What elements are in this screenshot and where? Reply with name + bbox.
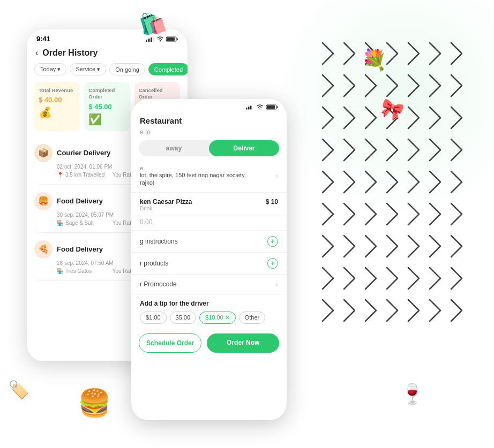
bottle-decoration: 🍷 — [400, 383, 424, 405]
products-row[interactable]: r products + — [131, 253, 287, 275]
filter-completed[interactable]: Completed — [148, 63, 188, 75]
item-price: $ 10 — [266, 198, 278, 206]
tip-section: Add a tip for the driver $1.00 $5.00 $10… — [131, 294, 287, 328]
svg-rect-13 — [267, 105, 275, 109]
status-icons — [146, 36, 178, 42]
svg-rect-3 — [153, 36, 155, 42]
svg-rect-10 — [250, 105, 252, 109]
order-history-header: ‹ Order History — [27, 45, 188, 63]
tip-other[interactable]: Other — [239, 312, 266, 324]
flower-decoration: 💐 — [362, 48, 387, 72]
svg-point-4 — [160, 40, 161, 41]
order-item-row: ken Caesar Pizza Drink $ 10 — [131, 193, 287, 217]
stat-completed-icon: ✅ — [88, 113, 125, 126]
chevron-right-icon: › — [275, 171, 278, 180]
arrow-pattern-decoration — [306, 32, 478, 396]
battery-icon-2 — [266, 104, 278, 110]
battery-icon — [166, 36, 178, 42]
phone-order-detail: Restaurant e to away Deliver e lot, the … — [131, 99, 287, 420]
filter-service[interactable]: Service ▾ — [70, 63, 106, 75]
svg-rect-7 — [177, 38, 178, 40]
page-title: Order History — [42, 48, 98, 58]
svg-rect-8 — [246, 108, 248, 110]
store-icon-1: 🏪 — [57, 220, 63, 226]
filter-chips: Today ▾ Service ▾ On going Completed — [27, 63, 188, 82]
tip-5-dollar[interactable]: $5.00 — [170, 312, 197, 324]
statusbar-2 — [131, 99, 287, 112]
location-icon: 📍 — [57, 172, 63, 178]
status-time: 9:41 — [36, 35, 50, 43]
sticker-decoration: 🏷️ — [8, 379, 29, 400]
stat-completed: Completed Order $ 45.00 ✅ — [84, 82, 130, 131]
svg-point-11 — [259, 109, 260, 110]
promo-chevron-icon: › — [275, 280, 278, 288]
svg-rect-9 — [248, 107, 250, 109]
order-type-2: Food Delivery — [57, 197, 103, 205]
order-icon-courier: 📦 — [34, 144, 53, 162]
item-sub: Drink — [140, 206, 192, 211]
restaurant-name: Restaurant — [131, 112, 287, 127]
stat-revenue: Total Revenue $ 40.00 💰 — [34, 82, 80, 131]
order-now-button[interactable]: Order Now — [207, 333, 279, 353]
tab-takeaway[interactable]: away — [139, 140, 209, 156]
signal-icon-2 — [246, 104, 253, 110]
stat-completed-value: $ 45.00 — [88, 103, 125, 111]
address-label: e — [140, 165, 247, 171]
svg-rect-1 — [148, 39, 150, 42]
order-type-3: Food Delivery — [57, 245, 103, 253]
burger-decoration: 🍔 — [78, 388, 111, 419]
store-icon-2: 🏪 — [57, 268, 63, 274]
tip-options: $1.00 $5.00 $10.00 ✕ Other — [140, 312, 278, 324]
stat-cancelled-label: Cancelled Order — [139, 87, 176, 101]
promocode-label: r Promocode — [140, 280, 177, 288]
promocode-row[interactable]: r Promocode › — [131, 275, 287, 294]
filter-ongoing[interactable]: On going — [109, 63, 145, 75]
cooking-instructions-add-btn[interactable]: + — [267, 236, 278, 247]
subtotal-row: 0.00 — [131, 217, 287, 231]
cooking-instructions-row[interactable]: g instructions + — [131, 231, 287, 253]
svg-rect-0 — [146, 40, 147, 42]
svg-rect-14 — [277, 107, 278, 108]
address-row[interactable]: e lot, the spire, 150 feet ring nagar so… — [131, 163, 287, 193]
deliver-to-label: e to — [131, 127, 287, 140]
wifi-icon-2 — [256, 104, 264, 110]
tip-title: Add a tip for the driver — [140, 300, 278, 307]
item-name: ken Caesar Pizza — [140, 198, 192, 206]
products-add-btn[interactable]: + — [267, 258, 278, 269]
products-label: r products — [140, 260, 168, 267]
svg-rect-6 — [167, 37, 175, 41]
stat-revenue-value: $ 40.00 — [39, 96, 76, 104]
stat-completed-label: Completed Order — [88, 87, 125, 101]
order-meta-3: 🏪 Tres Gatos — [57, 268, 92, 274]
address-text: lot, the spire, 150 feet ring nagar soci… — [140, 171, 247, 187]
back-button[interactable]: ‹ — [35, 48, 38, 58]
delivery-tabs: away Deliver — [139, 140, 279, 156]
stat-revenue-icon: 💰 — [39, 106, 76, 119]
svg-rect-2 — [151, 37, 152, 42]
order-meta-2: 🏪 Sage & Salt — [57, 220, 94, 226]
filter-today[interactable]: Today ▾ — [34, 63, 66, 75]
tip-1-dollar[interactable]: $1.00 — [140, 312, 167, 324]
stat-revenue-label: Total Revenue — [39, 87, 76, 94]
tab-deliver[interactable]: Deliver — [209, 140, 279, 156]
wifi-icon — [156, 36, 164, 42]
order-type-1: Courier Delivery — [57, 149, 110, 157]
order-icon-food-2: 🍕 — [34, 240, 53, 259]
tip-remove-icon[interactable]: ✕ — [225, 314, 230, 321]
cooking-instructions-label: g instructions — [140, 238, 178, 245]
order-icon-food-1: 🍔 — [34, 192, 53, 210]
action-buttons: Schedule Order Order Now — [131, 328, 287, 360]
tip-10-dollar[interactable]: $10.00 ✕ — [199, 312, 236, 324]
order-meta-1: 📍 3.5 km Travelled — [57, 172, 104, 178]
schedule-order-button[interactable]: Schedule Order — [139, 333, 201, 353]
